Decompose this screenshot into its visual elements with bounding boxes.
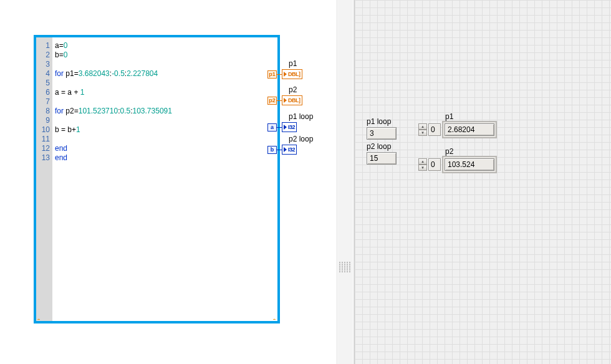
p1-loop-indicator[interactable]: 3 bbox=[367, 127, 397, 140]
wire bbox=[277, 150, 282, 150]
index-value[interactable]: 0 bbox=[428, 158, 441, 171]
line-number-gutter: 12345678910111213 bbox=[36, 37, 52, 321]
index-spinner[interactable]: ▲ ▼ bbox=[418, 123, 427, 136]
output-terminal[interactable]: b bbox=[267, 146, 277, 154]
p2-loop-indicator[interactable]: 15 bbox=[367, 152, 397, 165]
array-frame: 2.68204 bbox=[442, 121, 497, 138]
tunnel-p1loop[interactable]: p1 loop a I32 bbox=[267, 112, 313, 133]
tunnel-p1[interactable]: p1 p1 DBL] bbox=[267, 59, 302, 80]
code-area[interactable]: a=0b=0for p1=3.682043:-0.5:2.227804a = a… bbox=[52, 37, 277, 321]
block-diagram-pane[interactable]: 12345678910111213 a=0b=0for p1=3.682043:… bbox=[0, 0, 337, 364]
resize-handle-icon[interactable]: ⫠ bbox=[272, 317, 277, 322]
resize-handle-icon[interactable]: ⫠ bbox=[37, 317, 41, 322]
increment-button[interactable]: ▲ bbox=[418, 158, 427, 165]
array-frame: 103.524 bbox=[442, 156, 497, 173]
tunnel-label: p1 bbox=[289, 59, 302, 68]
front-panel-pane[interactable]: p1 loop 3 p2 loop 15 p1 ▲ ▼ 0 2.68204 p2… bbox=[354, 0, 611, 364]
output-terminal[interactable]: p2 bbox=[267, 97, 277, 105]
tunnel-label: p1 loop bbox=[289, 112, 313, 121]
wire bbox=[277, 127, 282, 128]
wire bbox=[277, 100, 282, 101]
array-element[interactable]: 103.524 bbox=[445, 158, 494, 171]
tunnel-p2loop[interactable]: p2 loop b I32 bbox=[267, 135, 313, 155]
indicator-label: p1 loop bbox=[367, 117, 391, 126]
p1-array-indicator[interactable]: ▲ ▼ 0 2.68204 bbox=[418, 121, 497, 138]
array-element[interactable]: 2.68204 bbox=[445, 123, 494, 136]
tunnel-label: p2 bbox=[289, 85, 302, 94]
dbl-array-type-icon: DBL] bbox=[282, 69, 302, 79]
indicator-label: p2 bbox=[445, 147, 453, 156]
dbl-array-type-icon: DBL] bbox=[282, 95, 302, 105]
indicator-label: p2 loop bbox=[367, 142, 391, 151]
splitter-handle-icon[interactable] bbox=[339, 262, 352, 275]
tunnel-label: p2 loop bbox=[289, 135, 313, 143]
indicator-value: 15 bbox=[370, 154, 378, 163]
increment-button[interactable]: ▲ bbox=[418, 123, 427, 130]
tunnel-p2[interactable]: p2 p2 DBL] bbox=[267, 85, 302, 106]
mathscript-node[interactable]: 12345678910111213 a=0b=0for p1=3.682043:… bbox=[34, 35, 280, 323]
index-spinner[interactable]: ▲ ▼ bbox=[418, 158, 427, 171]
output-terminal[interactable]: a bbox=[267, 123, 277, 132]
i32-type-icon: I32 bbox=[282, 145, 297, 155]
p2-array-indicator[interactable]: ▲ ▼ 0 103.524 bbox=[418, 156, 497, 173]
pane-splitter[interactable] bbox=[337, 0, 354, 364]
indicator-value: 3 bbox=[370, 129, 374, 138]
decrement-button[interactable]: ▼ bbox=[418, 130, 427, 136]
indicator-label: p1 bbox=[445, 112, 453, 121]
wire bbox=[277, 74, 282, 75]
decrement-button[interactable]: ▼ bbox=[418, 165, 427, 171]
output-terminal[interactable]: p1 bbox=[267, 70, 277, 79]
i32-type-icon: I32 bbox=[282, 122, 297, 132]
index-value[interactable]: 0 bbox=[428, 123, 441, 136]
